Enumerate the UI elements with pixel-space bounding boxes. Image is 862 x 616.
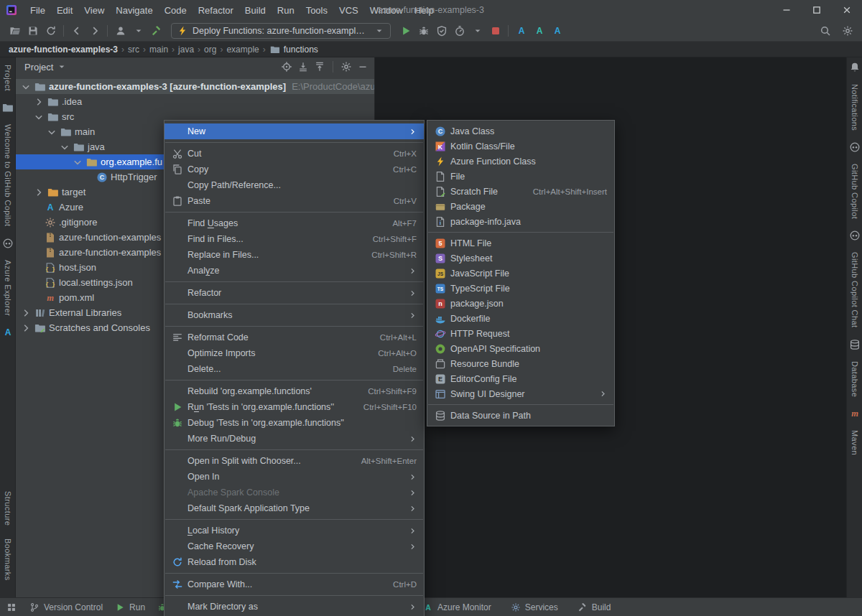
context-menu-item-default-spark-application-type[interactable]: Default Spark Application Type (164, 500, 424, 516)
save-button[interactable] (24, 22, 42, 39)
tool-window-button-welcome-to-github-copilot[interactable]: Welcome to GitHub Copilot (4, 124, 12, 226)
context-menu-item-reformat-code[interactable]: Reformat CodeCtrl+Alt+L (164, 330, 424, 345)
menu-edit[interactable]: Edit (51, 2, 78, 19)
back-button[interactable] (68, 22, 85, 39)
context-menu-item-compare-with[interactable]: Compare With...Ctrl+D (164, 577, 424, 592)
status-azure-monitor[interactable]: AAzure Monitor (422, 602, 491, 613)
context-menu-item-find-usages[interactable]: Find UsagesAlt+F7 (164, 215, 424, 231)
menu-tools[interactable]: Tools (300, 2, 333, 19)
new-submenu-item-file[interactable]: File (427, 169, 614, 184)
tool-window-button-bookmarks[interactable]: Bookmarks (4, 538, 12, 581)
new-submenu-item-html-file[interactable]: 5HTML File (427, 235, 614, 251)
status-run[interactable]: Run (114, 602, 145, 613)
new-submenu-item-package-json[interactable]: npackage.json (427, 296, 614, 311)
new-submenu-item-stylesheet[interactable]: SStylesheet (427, 251, 614, 266)
menu-file[interactable]: File (24, 2, 51, 19)
new-submenu-item-javascript-file[interactable]: JSJavaScript File (427, 266, 614, 281)
azure-a-blue-button[interactable]: A (548, 22, 566, 39)
user-button[interactable] (111, 22, 129, 39)
azure-a-blue-icon[interactable]: A (2, 327, 14, 338)
caret-down-button[interactable] (129, 22, 147, 39)
tool-window-button-github-copilot-chat[interactable]: GitHub Copilot Chat (851, 252, 859, 327)
tree-row-idea[interactable]: .idea (16, 94, 374, 109)
chevron-right-icon[interactable] (33, 96, 45, 108)
new-submenu-item-swing-ui-designer[interactable]: Swing UI Designer (427, 386, 614, 401)
new-submenu-item-azure-function-class[interactable]: Azure Function Class (427, 154, 614, 169)
new-submenu-item-java-class[interactable]: CJava Class (427, 123, 614, 139)
collapse-all-icon[interactable] (314, 61, 325, 73)
minimize-icon[interactable] (357, 61, 369, 73)
breadcrumb-item-functions[interactable]: functions (268, 44, 320, 55)
breadcrumb-item-example[interactable]: example (225, 45, 260, 55)
new-submenu-item-package-info-java[interactable]: ipackage-info.java (427, 214, 614, 229)
new-submenu-item-http-request[interactable]: HTTP Request (427, 326, 614, 341)
context-menu-item-cut[interactable]: CutCtrl+X (164, 146, 424, 162)
context-menu-item-rebuild-org-example-functions[interactable]: Rebuild 'org.example.functions'Ctrl+Shif… (164, 383, 424, 399)
bell-icon[interactable] (849, 62, 861, 73)
profiler-button[interactable] (450, 22, 468, 39)
azure-a-blue-button[interactable]: A (512, 22, 530, 39)
maven-m-icon[interactable]: m (849, 408, 861, 419)
breadcrumb-item-src[interactable]: src (126, 45, 141, 55)
new-submenu-item-openapi-specification[interactable]: OpenAPI Specification (427, 341, 614, 356)
context-menu-item-open-in[interactable]: Open In (164, 469, 424, 485)
chevron-right-icon[interactable] (33, 187, 45, 198)
new-submenu-item-typescript-file[interactable]: TSTypeScript File (427, 281, 614, 296)
context-menu-item-local-history[interactable]: Local History (164, 523, 424, 538)
stop-button[interactable] (486, 22, 504, 39)
context-menu-item-more-run-debug[interactable]: More Run/Debug (164, 431, 424, 447)
chevron-right-icon[interactable] (20, 322, 32, 334)
run-configuration-combo[interactable]: Deploy Functions: azure-function-example… (171, 23, 391, 39)
new-submenu-item-package[interactable]: Package (427, 199, 614, 214)
close-button[interactable] (832, 0, 862, 20)
context-menu-item-debug-tests-in-org-example-functions[interactable]: Debug 'Tests in 'org.example.functions'' (164, 415, 424, 431)
new-submenu-item-data-source-in-path[interactable]: Data Source in Path (427, 408, 614, 423)
minimize-button[interactable] (771, 0, 802, 20)
chevron-down-icon[interactable] (59, 141, 70, 153)
azure-a-teal-button[interactable]: A (530, 22, 548, 39)
copilot-icon[interactable] (849, 230, 861, 241)
breadcrumb-item-org[interactable]: org (203, 45, 218, 55)
context-menu-item-cache-recovery[interactable]: Cache Recovery (164, 538, 424, 554)
gear-button[interactable] (838, 22, 856, 39)
context-menu-item-copy-path-reference[interactable]: Copy Path/Reference... (164, 177, 424, 193)
coverage-button[interactable] (432, 22, 450, 39)
forward-button[interactable] (85, 22, 103, 39)
tool-window-button-azure-explorer[interactable]: Azure Explorer (4, 260, 12, 316)
project-panel-title[interactable]: Project (24, 62, 53, 73)
context-menu-item-refactor[interactable]: Refactor (164, 285, 424, 301)
status-services[interactable]: Services (510, 602, 558, 613)
menu-view[interactable]: View (78, 2, 110, 19)
chevron-right-icon[interactable] (20, 307, 32, 319)
chevron-down-icon[interactable] (20, 81, 32, 93)
context-menu-item-bookmarks[interactable]: Bookmarks (164, 307, 424, 323)
context-menu-item-open-in-split-with-chooser[interactable]: Open in Split with Chooser...Alt+Shift+E… (164, 453, 424, 469)
menu-code[interactable]: Code (159, 2, 193, 19)
context-menu-item-find-in-files[interactable]: Find in Files...Ctrl+Shift+F (164, 231, 424, 247)
new-submenu-item-scratch-file[interactable]: Scratch FileCtrl+Alt+Shift+Insert (427, 184, 614, 199)
folder-icon[interactable] (2, 102, 14, 113)
context-menu-item-replace-in-files[interactable]: Replace in Files...Ctrl+Shift+R (164, 247, 424, 263)
context-menu-item-new[interactable]: New (164, 123, 424, 139)
bug-gray-button[interactable] (414, 22, 432, 39)
run-play-button[interactable] (397, 22, 414, 39)
tree-row-azure-function-examples-3-azure-function-example[interactable]: azure-function-examples-3 [azure-functio… (16, 79, 374, 94)
expand-all-icon[interactable] (297, 61, 309, 73)
sync-button[interactable] (42, 22, 60, 39)
hammer-button[interactable] (147, 22, 165, 39)
gear-icon[interactable] (340, 61, 352, 73)
copilot-icon[interactable] (849, 141, 861, 153)
search-button[interactable] (816, 22, 834, 39)
tool-window-button-database[interactable]: Database (851, 361, 859, 397)
chevron-down-icon[interactable] (33, 111, 45, 123)
database-icon[interactable] (849, 339, 861, 350)
copilot-icon[interactable] (2, 238, 14, 249)
context-menu-item-delete[interactable]: Delete...Delete (164, 361, 424, 377)
context-menu-item-optimize-imports[interactable]: Optimize ImportsCtrl+Alt+O (164, 345, 424, 361)
new-submenu-item-dockerfile[interactable]: Dockerfile (427, 311, 614, 326)
context-menu-item-run-tests-in-org-example-functions[interactable]: Run 'Tests in 'org.example.functions''Ct… (164, 399, 424, 415)
caret-down-button[interactable] (468, 22, 486, 39)
caret-down-icon[interactable] (374, 25, 385, 37)
chevron-down-icon[interactable] (72, 157, 83, 168)
tool-window-button-github-copilot[interactable]: GitHub Copilot (851, 164, 859, 219)
